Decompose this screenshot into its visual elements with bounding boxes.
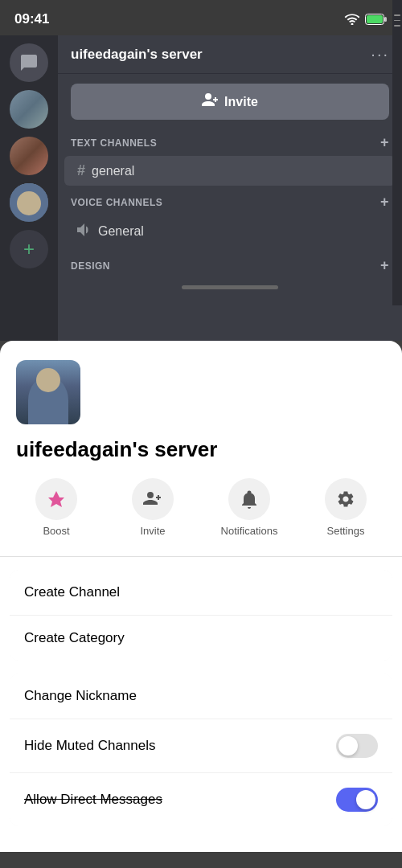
settings-icon-circle bbox=[325, 478, 367, 520]
more-options-icon[interactable]: ··· bbox=[371, 45, 389, 63]
notifications-icon-circle bbox=[228, 478, 270, 520]
create-category-label: Create Category bbox=[24, 630, 125, 646]
boost-label: Boost bbox=[43, 525, 69, 537]
sheet-server-image bbox=[16, 360, 80, 424]
status-icons bbox=[344, 14, 388, 25]
settings-label: Settings bbox=[327, 525, 365, 537]
text-channels-section: TEXT CHANNELS + # general bbox=[58, 129, 402, 186]
speaker-icon bbox=[77, 223, 92, 240]
create-category-item[interactable]: Create Category bbox=[10, 616, 392, 661]
settings-action[interactable]: Settings bbox=[314, 478, 378, 537]
voice-channels-label: VOICE CHANNELS bbox=[71, 197, 162, 208]
boost-action[interactable]: Boost bbox=[24, 478, 88, 537]
toggle-knob bbox=[338, 736, 358, 755]
speaker-svg bbox=[77, 223, 92, 236]
discord-background: + uifeedagain's server ··· Invite TEXT C… bbox=[0, 35, 402, 341]
invite-action[interactable]: Invite bbox=[121, 478, 185, 537]
server-header: uifeedagain's server ··· bbox=[58, 35, 402, 74]
hide-muted-toggle[interactable] bbox=[336, 734, 378, 758]
notifications-label: Notifications bbox=[221, 525, 278, 537]
server-thumbnail bbox=[16, 360, 80, 424]
notifications-action[interactable]: Notifications bbox=[217, 478, 281, 537]
hamburger-menu-edge[interactable] bbox=[392, 35, 402, 305]
allow-dm-label: Allow Direct Messages bbox=[24, 792, 162, 808]
menu-group-1: Create Channel Create Category bbox=[10, 570, 392, 661]
server-sidebar: + bbox=[0, 35, 58, 341]
general-channel-name: general bbox=[92, 164, 134, 178]
server-icon-3 bbox=[10, 183, 48, 222]
text-channels-header: TEXT CHANNELS + bbox=[58, 129, 402, 156]
scroll-pill bbox=[182, 285, 278, 289]
text-channels-label: TEXT CHANNELS bbox=[71, 137, 157, 149]
svg-rect-2 bbox=[384, 17, 387, 22]
general-voice-name: General bbox=[98, 224, 144, 239]
voice-channels-section: VOICE CHANNELS + General bbox=[58, 189, 402, 246]
design-section-header: DESIGN + bbox=[58, 252, 402, 279]
invite-icon bbox=[202, 93, 218, 110]
create-channel-item[interactable]: Create Channel bbox=[10, 570, 392, 616]
voice-channels-header: VOICE CHANNELS + bbox=[58, 189, 402, 215]
general-voice-channel[interactable]: General bbox=[64, 217, 396, 246]
bottom-sheet: uifeedagain's server Boost Invite bbox=[0, 341, 402, 852]
invite-person-icon bbox=[143, 490, 162, 508]
chat-icon bbox=[19, 53, 39, 72]
sheet-server-name: uifeedagain's server bbox=[0, 428, 402, 478]
bell-icon bbox=[240, 489, 258, 509]
person-add-icon bbox=[202, 93, 218, 106]
server-icon-2 bbox=[10, 137, 48, 175]
gear-icon bbox=[336, 489, 355, 509]
boost-icon-circle bbox=[35, 478, 77, 520]
invite-action-label: Invite bbox=[140, 525, 165, 537]
allow-dm-item[interactable]: Allow Direct Messages bbox=[10, 773, 392, 826]
add-server-button[interactable]: + bbox=[10, 230, 48, 268]
hide-muted-label: Hide Muted Channels bbox=[24, 738, 155, 754]
change-nickname-item[interactable]: Change Nickname bbox=[10, 674, 392, 719]
status-time: 09:41 bbox=[14, 11, 49, 27]
invite-button[interactable]: Invite bbox=[71, 84, 389, 120]
server-channel-panel: uifeedagain's server ··· Invite TEXT CHA… bbox=[58, 35, 402, 341]
invite-icon-circle bbox=[132, 478, 174, 520]
server-title: uifeedagain's server bbox=[71, 47, 203, 63]
invite-label: Invite bbox=[224, 95, 258, 109]
general-text-channel[interactable]: # general bbox=[64, 156, 396, 186]
svg-rect-1 bbox=[367, 15, 383, 23]
status-bar: 09:41 bbox=[0, 0, 402, 35]
add-design-channel-icon[interactable]: + bbox=[380, 257, 389, 274]
scroll-indicator bbox=[58, 279, 402, 293]
menu-group-2: Change Nickname Hide Muted Channels Allo… bbox=[10, 674, 392, 826]
allow-dm-toggle-knob bbox=[356, 790, 375, 809]
design-label: DESIGN bbox=[71, 260, 110, 272]
chat-server-icon bbox=[10, 43, 48, 82]
battery-icon bbox=[365, 14, 388, 25]
allow-dm-toggle[interactable] bbox=[336, 788, 378, 812]
add-text-channel-icon[interactable]: + bbox=[380, 134, 389, 151]
change-nickname-label: Change Nickname bbox=[24, 688, 137, 704]
server-icon-1 bbox=[10, 90, 48, 129]
hide-muted-channels-item[interactable]: Hide Muted Channels bbox=[10, 719, 392, 773]
add-voice-channel-icon[interactable]: + bbox=[380, 194, 389, 211]
wifi-icon bbox=[344, 14, 360, 25]
hash-icon: # bbox=[77, 162, 85, 179]
boost-icon bbox=[47, 489, 66, 509]
action-row: Boost Invite Notifications bbox=[0, 478, 402, 557]
create-channel-label: Create Channel bbox=[24, 584, 120, 600]
